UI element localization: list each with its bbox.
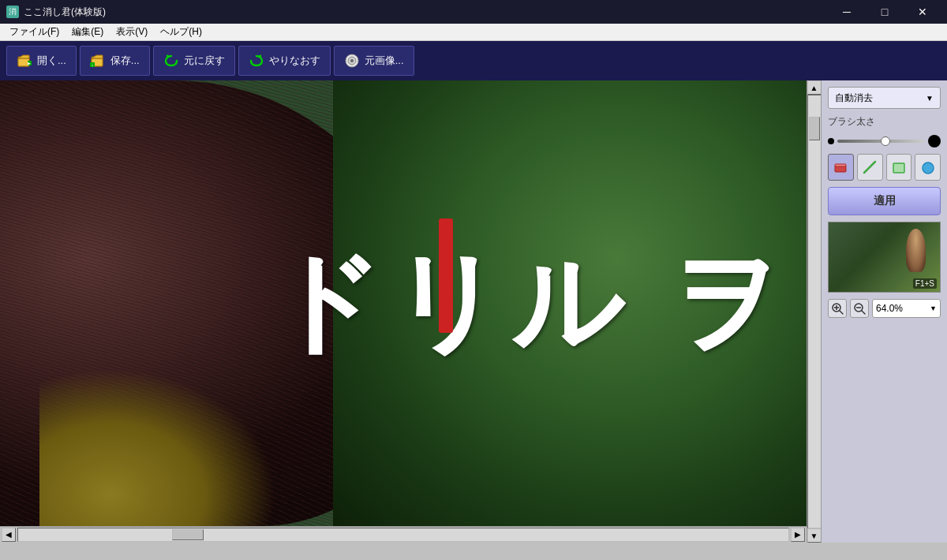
- toolbar: ▶ 開く... ↓ 保存... 元に戻す: [0, 41, 947, 80]
- open-button[interactable]: ▶ 開く...: [6, 46, 77, 76]
- undo-icon: [163, 53, 179, 69]
- svg-point-19: [923, 162, 934, 174]
- svg-point-14: [350, 59, 354, 62]
- horizontal-scrollbar[interactable]: ◀ ▶: [0, 526, 807, 543]
- kanji-text: ドリル ヲ: [269, 248, 807, 358]
- redo-button[interactable]: やりなおす: [238, 46, 331, 76]
- right-panel: 自動消去 ブラシ太さ: [821, 80, 947, 543]
- brush-large-indicator: [928, 135, 941, 147]
- zoom-controls: 64.0%: [828, 299, 941, 318]
- window-title: ここ消し君(体験版): [24, 6, 106, 19]
- apply-label: 適用: [874, 194, 896, 208]
- original-label: 元画像...: [365, 54, 404, 68]
- svg-text:↓: ↓: [91, 62, 94, 67]
- menu-bar: ファイル(F) 編集(E) 表示(V) ヘルプ(H): [0, 24, 947, 41]
- zoom-level-value: 64.0%: [876, 303, 903, 314]
- auto-erase-label: 自動消去: [835, 91, 873, 105]
- vertical-scroll-thumb[interactable]: [809, 117, 820, 140]
- canvas-column: ドリル ヲ ◀ ▶: [0, 80, 807, 543]
- apply-button[interactable]: 適用: [828, 187, 941, 215]
- eraser-tool-button[interactable]: [828, 154, 854, 181]
- svg-line-17: [864, 162, 875, 173]
- red-mark: [439, 218, 453, 333]
- scroll-down-button[interactable]: ▼: [807, 528, 822, 543]
- main-content: ドリル ヲ ◀ ▶ ▲ ▼ 自動消去: [0, 80, 947, 543]
- brush-slider-thumb[interactable]: [881, 136, 890, 146]
- horizontal-scroll-track[interactable]: [17, 528, 789, 542]
- auto-erase-dropdown[interactable]: 自動消去: [828, 87, 941, 109]
- svg-marker-2: [18, 55, 29, 58]
- redo-icon: [249, 53, 264, 69]
- canvas-container: ドリル ヲ ◀ ▶ ▲ ▼: [0, 80, 821, 543]
- save-icon: ↓: [90, 53, 106, 69]
- svg-line-25: [862, 311, 865, 314]
- svg-line-21: [840, 311, 843, 314]
- undo-label: 元に戻す: [184, 54, 225, 68]
- menu-file[interactable]: ファイル(F): [3, 24, 66, 40]
- minimize-button[interactable]: ─: [829, 0, 865, 24]
- thumbnail-person: [906, 229, 926, 272]
- maximize-button[interactable]: □: [867, 0, 903, 24]
- brush-size-slider[interactable]: [837, 140, 925, 143]
- redo-label: やりなおす: [269, 54, 320, 68]
- scroll-right-button[interactable]: ▶: [791, 528, 805, 542]
- thumbnail-preview: F1+S: [828, 222, 941, 293]
- title-bar: 消 ここ消し君(体験版) ─ □ ✕: [0, 0, 947, 24]
- open-icon: ▶: [17, 53, 32, 69]
- svg-text:▶: ▶: [28, 61, 31, 65]
- scroll-left-button[interactable]: ◀: [2, 528, 16, 542]
- menu-edit[interactable]: 編集(E): [66, 24, 110, 40]
- undo-button[interactable]: 元に戻す: [153, 46, 235, 76]
- tool-buttons-row: [828, 154, 941, 181]
- vertical-scroll-track[interactable]: [807, 95, 822, 528]
- leaves-area: [39, 368, 276, 526]
- original-icon: [344, 53, 360, 69]
- brush-small-indicator: [828, 138, 834, 144]
- thumbnail-overlay: F1+S: [913, 278, 937, 289]
- window-controls: ─ □ ✕: [829, 0, 941, 24]
- svg-marker-7: [92, 55, 103, 58]
- menu-help[interactable]: ヘルプ(H): [154, 24, 208, 40]
- zoom-level-dropdown[interactable]: 64.0%: [872, 299, 941, 318]
- zoom-in-button[interactable]: [828, 299, 847, 318]
- zoom-out-button[interactable]: [850, 299, 869, 318]
- circle-tool-button[interactable]: [915, 154, 941, 181]
- canvas-viewport[interactable]: ドリル ヲ: [0, 80, 807, 526]
- horizontal-scroll-thumb[interactable]: [172, 529, 204, 540]
- open-label: 開く...: [37, 54, 66, 68]
- rect-tool-button[interactable]: [886, 154, 912, 181]
- brush-size-label: ブラシ太さ: [828, 115, 941, 129]
- line-tool-button[interactable]: [857, 154, 883, 181]
- vertical-scrollbar[interactable]: ▲ ▼: [807, 80, 821, 543]
- japanese-text-overlay: ドリル ヲ: [269, 248, 807, 358]
- menu-view[interactable]: 表示(V): [110, 24, 154, 40]
- app-icon: 消: [6, 6, 19, 18]
- brush-slider-container: [828, 135, 941, 147]
- image-canvas: ドリル ヲ: [0, 80, 807, 526]
- svg-rect-18: [893, 163, 904, 173]
- svg-rect-16: [835, 164, 846, 166]
- scroll-up-button[interactable]: ▲: [807, 80, 822, 95]
- close-button[interactable]: ✕: [904, 0, 941, 24]
- save-button[interactable]: ↓ 保存...: [80, 46, 150, 76]
- save-label: 保存...: [110, 54, 140, 68]
- original-button[interactable]: 元画像...: [334, 46, 414, 76]
